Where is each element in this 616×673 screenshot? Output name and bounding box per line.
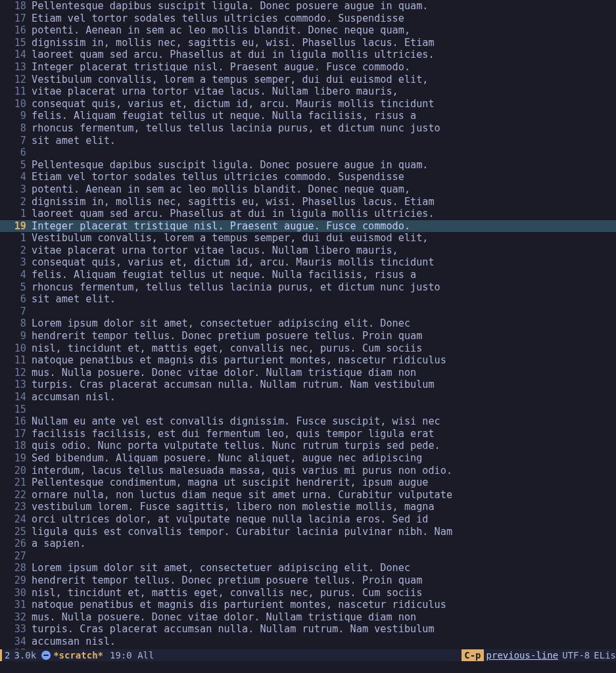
line-text[interactable]: sit amet elit. — [29, 135, 116, 147]
text-line[interactable]: 5Pellentesque dapibus suscipit ligula. D… — [0, 159, 616, 172]
text-line[interactable]: 13turpis. Cras placerat accumsan nulla. … — [0, 379, 616, 391]
text-line[interactable]: 18Pellentesque dapibus suscipit ligula. … — [0, 0, 616, 12]
line-text[interactable]: consequat quis, varius et, dictum id, ar… — [29, 98, 435, 110]
text-line[interactable]: 25ligula quis est convallis tempor. Cura… — [0, 526, 616, 538]
line-text[interactable]: laoreet quam sed arcu. Phasellus at dui … — [29, 208, 435, 220]
line-text[interactable]: hendrerit tempor tellus. Donec pretium p… — [29, 574, 422, 587]
line-text[interactable]: natoque penatibus et magnis dis parturie… — [29, 354, 446, 367]
line-text[interactable]: natoque penatibus et magnis dis parturie… — [29, 599, 446, 611]
text-line[interactable]: 5rhoncus fermentum, tellus tellus lacini… — [0, 281, 616, 294]
text-line[interactable]: 17Etiam vel tortor sodales tellus ultric… — [0, 12, 616, 25]
text-line[interactable]: 14accumsan nisl. — [0, 391, 616, 404]
line-text[interactable]: vestibulum lorem. Fusce sagittis, libero… — [29, 501, 435, 513]
text-line[interactable]: 15 — [0, 404, 616, 416]
line-text[interactable]: ornare nulla, non luctus diam neque sit … — [29, 489, 452, 501]
line-text[interactable]: vitae placerat urna tortor vitae lacus. … — [29, 85, 398, 98]
text-line[interactable]: 21Pellentesque condimentum, magna ut sus… — [0, 476, 616, 489]
text-line[interactable]: 7 — [0, 306, 616, 318]
line-text[interactable]: rhoncus fermentum, tellus tellus lacinia… — [29, 281, 440, 294]
text-line[interactable]: 31natoque penatibus et magnis dis partur… — [0, 599, 616, 611]
line-text[interactable]: dignissim in, mollis nec, sagittis eu, w… — [29, 37, 435, 49]
text-line[interactable]: 19Integer placerat tristique nisl. Praes… — [0, 220, 616, 233]
text-line[interactable]: 27 — [0, 550, 616, 563]
line-text[interactable]: dignissim in, mollis nec, sagittis eu, w… — [29, 196, 435, 208]
text-line[interactable]: 11vitae placerat urna tortor vitae lacus… — [0, 85, 616, 98]
text-line[interactable]: 9felis. Aliquam feugiat tellus ut neque.… — [0, 110, 616, 122]
text-line[interactable]: 28Lorem ipsum dolor sit amet, consectetu… — [0, 562, 616, 574]
line-text[interactable]: Nullam eu ante vel est convallis digniss… — [29, 415, 440, 428]
text-line[interactable]: 23vestibulum lorem. Fusce sagittis, libe… — [0, 501, 616, 513]
text-line[interactable]: 13Integer placerat tristique nisl. Praes… — [0, 61, 616, 74]
line-text[interactable]: Lorem ipsum dolor sit amet, consectetuer… — [29, 562, 410, 574]
text-line[interactable]: 10nisl, tincidunt et, mattis eget, conva… — [0, 342, 616, 355]
line-text[interactable]: Etiam vel tortor sodales tellus ultricie… — [29, 171, 404, 183]
line-text[interactable]: Pellentesque dapibus suscipit ligula. Do… — [29, 0, 428, 12]
line-text[interactable]: facilisis facilisis, est dui fermentum l… — [29, 428, 435, 440]
text-line[interactable]: 30nisl, tincidunt et, mattis eget, conva… — [0, 587, 616, 599]
line-text[interactable] — [29, 404, 32, 416]
line-text[interactable]: Sed bibendum. Aliquam posuere. Nunc aliq… — [29, 452, 422, 465]
line-text[interactable]: Vestibulum convallis, lorem a tempus sem… — [29, 74, 428, 86]
line-text[interactable]: Vestibulum convallis, lorem a tempus sem… — [29, 232, 428, 244]
line-text[interactable]: Pellentesque condimentum, magna ut susci… — [29, 476, 428, 489]
text-line[interactable]: 1Vestibulum convallis, lorem a tempus se… — [0, 232, 616, 244]
text-line[interactable]: 9hendrerit tempor tellus. Donec pretium … — [0, 330, 616, 342]
text-line[interactable]: 7sit amet elit. — [0, 135, 616, 147]
text-line[interactable]: 11natoque penatibus et magnis dis partur… — [0, 354, 616, 367]
line-text[interactable]: vitae placerat urna tortor vitae lacus. … — [29, 244, 398, 257]
line-text[interactable]: consequat quis, varius et, dictum id, ar… — [29, 256, 435, 269]
line-text[interactable]: quis odio. Nunc porta vulputate tellus. … — [29, 440, 440, 452]
text-line[interactable]: 4felis. Aliquam feugiat tellus ut neque.… — [0, 269, 616, 281]
buffer-lines[interactable]: 18Pellentesque dapibus suscipit ligula. … — [0, 0, 616, 649]
text-line[interactable]: 20interdum, lacus tellus malesuada massa… — [0, 465, 616, 477]
line-text[interactable]: nisl, tincidunt et, mattis eget, convall… — [29, 587, 422, 599]
buffer-name[interactable]: *scratch* — [53, 649, 103, 662]
text-line[interactable]: 2vitae placerat urna tortor vitae lacus.… — [0, 244, 616, 257]
text-line[interactable]: 32mus. Nulla posuere. Donec vitae dolor.… — [0, 611, 616, 624]
text-line[interactable]: 4Etiam vel tortor sodales tellus ultrici… — [0, 171, 616, 183]
line-text[interactable]: Etiam vel tortor sodales tellus ultricie… — [29, 12, 404, 25]
line-text[interactable]: interdum, lacus tellus malesuada massa, … — [29, 465, 452, 477]
text-line[interactable]: 12mus. Nulla posuere. Donec vitae dolor.… — [0, 367, 616, 379]
text-line[interactable]: 34accumsan nisl. — [0, 636, 616, 648]
line-text[interactable]: felis. Aliquam feugiat tellus ut neque. … — [29, 269, 416, 281]
line-text[interactable]: accumsan nisl. — [29, 636, 116, 648]
text-line[interactable]: 33turpis. Cras placerat accumsan nulla. … — [0, 623, 616, 636]
line-text[interactable]: mus. Nulla posuere. Donec vitae dolor. N… — [29, 611, 416, 624]
line-text[interactable]: Lorem ipsum dolor sit amet, consectetuer… — [29, 317, 410, 330]
text-line[interactable]: 26a sapien. — [0, 538, 616, 550]
text-line[interactable]: 8Lorem ipsum dolor sit amet, consectetue… — [0, 317, 616, 330]
text-line[interactable]: 6 — [0, 147, 616, 159]
text-line[interactable]: 2dignissim in, mollis nec, sagittis eu, … — [0, 196, 616, 208]
line-text[interactable] — [29, 147, 32, 159]
line-text[interactable]: hendrerit tempor tellus. Donec pretium p… — [29, 330, 422, 342]
line-text[interactable] — [29, 550, 32, 563]
line-text[interactable]: a sapien. — [29, 538, 85, 550]
text-line[interactable]: 10consequat quis, varius et, dictum id, … — [0, 98, 616, 110]
text-line[interactable]: 17facilisis facilisis, est dui fermentum… — [0, 428, 616, 440]
line-text[interactable]: turpis. Cras placerat accumsan nulla. Nu… — [29, 623, 435, 636]
line-text[interactable]: mus. Nulla posuere. Donec vitae dolor. N… — [29, 367, 416, 379]
line-text[interactable]: ligula quis est convallis tempor. Curabi… — [29, 526, 452, 538]
line-text[interactable] — [29, 306, 32, 318]
text-line[interactable]: 24orci ultrices dolor, at vulputate nequ… — [0, 513, 616, 526]
line-text[interactable]: Integer placerat tristique nisl. Praesen… — [29, 220, 410, 233]
text-editor[interactable]: 18Pellentesque dapibus suscipit ligula. … — [0, 0, 616, 661]
line-text[interactable]: Integer placerat tristique nisl. Praesen… — [29, 61, 410, 74]
text-line[interactable]: 15dignissim in, mollis nec, sagittis eu,… — [0, 37, 616, 49]
line-text[interactable]: nisl, tincidunt et, mattis eget, convall… — [29, 342, 422, 355]
text-line[interactable]: 22ornare nulla, non luctus diam neque si… — [0, 489, 616, 501]
text-line[interactable]: 18quis odio. Nunc porta vulputate tellus… — [0, 440, 616, 452]
text-line[interactable]: 29hendrerit tempor tellus. Donec pretium… — [0, 574, 616, 587]
text-line[interactable]: 16Nullam eu ante vel est convallis digni… — [0, 415, 616, 428]
line-text[interactable]: turpis. Cras placerat accumsan nulla. Nu… — [29, 379, 435, 391]
text-line[interactable]: 3potenti. Aenean in sem ac leo mollis bl… — [0, 183, 616, 196]
text-line[interactable]: 1laoreet quam sed arcu. Phasellus at dui… — [0, 208, 616, 220]
line-text[interactable]: sit amet elit. — [29, 293, 116, 306]
text-line[interactable]: 6sit amet elit. — [0, 293, 616, 306]
line-text[interactable]: laoreet quam sed arcu. Phasellus at dui … — [29, 49, 435, 61]
text-line[interactable]: 19Sed bibendum. Aliquam posuere. Nunc al… — [0, 452, 616, 465]
text-line[interactable]: 14laoreet quam sed arcu. Phasellus at du… — [0, 49, 616, 61]
text-line[interactable]: 12Vestibulum convallis, lorem a tempus s… — [0, 74, 616, 86]
text-line[interactable]: 16potenti. Aenean in sem ac leo mollis b… — [0, 24, 616, 37]
